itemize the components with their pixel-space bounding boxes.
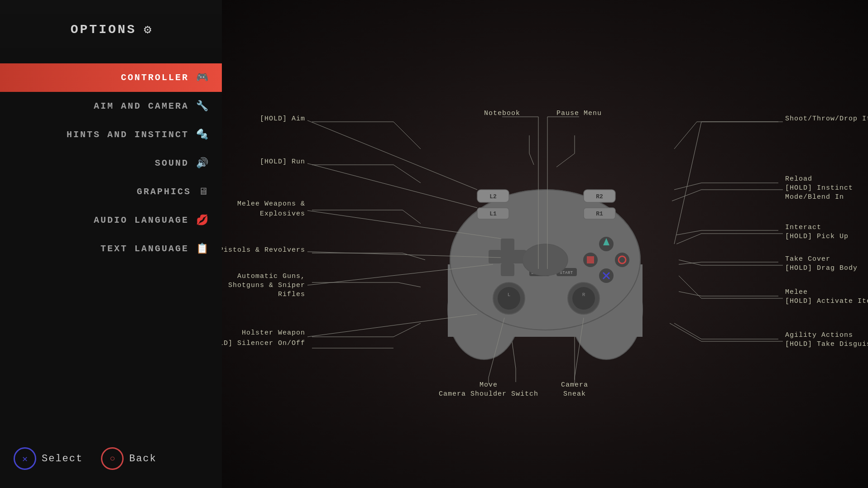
svg-rect-48: [501, 263, 514, 276]
svg-line-105: [676, 234, 701, 244]
sidebar-item-aim-camera[interactable]: AIM AND CAMERA 🔧: [0, 92, 222, 120]
svg-line-96: [674, 122, 701, 244]
o-button[interactable]: ○: [101, 447, 124, 470]
sidebar: OPTIONS ⚙ CONTROLLER 🎮 AIM AND CAMERA 🔧 …: [0, 0, 222, 488]
svg-line-119: [307, 120, 477, 190]
sidebar-item-controller[interactable]: CONTROLLER 🎮: [0, 63, 222, 92]
svg-text:[HOLD] Run: [HOLD] Run: [259, 158, 305, 166]
svg-text:Melee Weapons &: Melee Weapons &: [237, 200, 305, 208]
svg-line-1: [393, 122, 421, 149]
svg-text:Holster Weapon: Holster Weapon: [241, 329, 305, 337]
svg-text:Pause Menu: Pause Menu: [556, 110, 601, 117]
svg-text:Shotguns & Sniper: Shotguns & Sniper: [228, 282, 305, 289]
svg-line-5: [403, 210, 421, 224]
audio-language-icon: 💋: [196, 214, 208, 226]
nav-items: CONTROLLER 🎮 AIM AND CAMERA 🔧 HINTS AND …: [0, 63, 222, 263]
svg-text:Rifles: Rifles: [278, 291, 305, 298]
svg-line-9: [398, 282, 421, 287]
svg-point-70: [523, 244, 568, 276]
x-symbol: ✕: [22, 453, 28, 464]
svg-text:Mode/Blend In: Mode/Blend In: [785, 193, 844, 201]
controller-diagram: L2 R2 L1 R1: [222, 59, 868, 443]
svg-rect-49: [489, 250, 501, 263]
svg-text:Take Cover: Take Cover: [785, 255, 830, 263]
main-container: OPTIONS ⚙ CONTROLLER 🎮 AIM AND CAMERA 🔧 …: [0, 0, 868, 488]
options-header: OPTIONS ⚙: [0, 0, 222, 54]
bottom-buttons: ✕ Select ○ Back: [14, 447, 157, 470]
controller-icon: 🎮: [196, 72, 208, 84]
svg-line-22: [679, 292, 701, 296]
controller-svg: L2 R2 L1 R1: [221, 70, 868, 432]
sidebar-item-graphics[interactable]: GRAPHICS 🖥: [0, 177, 222, 206]
svg-line-14: [674, 122, 697, 149]
svg-text:R: R: [582, 292, 585, 297]
gear-icon: ⚙: [144, 22, 151, 37]
back-button-item: ○ Back: [101, 447, 157, 470]
svg-rect-47: [501, 239, 514, 251]
back-label: Back: [129, 453, 157, 464]
svg-text:[HOLD] Aim: [HOLD] Aim: [259, 115, 305, 123]
content-area: L2 R2 L1 R1: [222, 0, 868, 488]
svg-text:Reload: Reload: [785, 175, 812, 183]
svg-text:Interact: Interact: [785, 224, 821, 231]
svg-line-120: [307, 163, 477, 208]
sidebar-item-text-language[interactable]: TEXT LANGUAGE 📋: [0, 234, 222, 263]
svg-text:L: L: [507, 292, 510, 297]
svg-text:Melee: Melee: [785, 288, 808, 296]
select-button-item: ✕ Select: [14, 447, 83, 470]
svg-rect-46: [501, 250, 514, 263]
svg-line-26: [529, 153, 534, 165]
select-label: Select: [42, 453, 83, 464]
svg-text:L2: L2: [489, 193, 497, 200]
svg-text:[HOLD] Take Disguise: [HOLD] Take Disguise: [785, 340, 868, 348]
svg-text:Camera Shoulder Switch: Camera Shoulder Switch: [438, 390, 538, 398]
svg-text:Sneak: Sneak: [563, 390, 585, 398]
svg-line-7: [403, 253, 425, 260]
svg-line-113: [679, 276, 701, 298]
sidebar-item-sound[interactable]: SOUND 🔊: [0, 149, 222, 177]
svg-text:Agility Actions: Agility Actions: [785, 331, 853, 339]
svg-line-3: [393, 165, 421, 183]
svg-line-24: [674, 323, 701, 339]
text-language-icon: 📋: [196, 243, 208, 255]
svg-point-59: [615, 253, 629, 267]
svg-rect-58: [587, 256, 594, 263]
sound-icon: 🔊: [196, 157, 208, 169]
sidebar-item-audio-language[interactable]: AUDIO LANGUAGE 💋: [0, 206, 222, 234]
svg-text:R2: R2: [596, 193, 603, 200]
sidebar-item-hints-instinct[interactable]: HINTS AND INSTINCT 🔩: [0, 120, 222, 149]
svg-line-101: [672, 190, 701, 201]
hints-icon: 🔩: [196, 129, 208, 141]
svg-text:Explosives: Explosives: [259, 210, 305, 218]
svg-text:START: START: [560, 271, 573, 275]
graphics-icon: 🖥: [198, 186, 208, 198]
svg-text:[HOLD] Silencer On/Off: [HOLD] Silencer On/Off: [221, 340, 305, 347]
svg-line-28: [556, 153, 575, 167]
svg-point-68: [572, 287, 595, 310]
options-title: OPTIONS: [71, 23, 137, 37]
svg-text:Pistols & Revolvers: Pistols & Revolvers: [221, 246, 305, 254]
x-button[interactable]: ✕: [14, 447, 36, 470]
svg-point-65: [498, 287, 520, 310]
svg-text:[HOLD] Activate Items: [HOLD] Activate Items: [785, 297, 868, 305]
svg-line-117: [670, 323, 701, 341]
svg-text:R1: R1: [596, 211, 603, 217]
svg-text:[HOLD] Drag Body: [HOLD] Drag Body: [785, 264, 858, 272]
svg-line-11: [393, 323, 421, 337]
svg-text:L1: L1: [489, 211, 497, 217]
svg-text:Automatic Guns,: Automatic Guns,: [237, 273, 305, 280]
svg-text:[HOLD] Instinct: [HOLD] Instinct: [785, 184, 853, 192]
svg-text:[HOLD] Pick Up: [HOLD] Pick Up: [785, 233, 849, 240]
aim-icon: 🔧: [196, 100, 208, 112]
o-symbol: ○: [110, 454, 115, 464]
svg-line-18: [676, 230, 701, 235]
svg-text:Notebook: Notebook: [484, 110, 520, 117]
svg-text:Shoot/Throw/Drop Item: Shoot/Throw/Drop Item: [785, 115, 868, 123]
